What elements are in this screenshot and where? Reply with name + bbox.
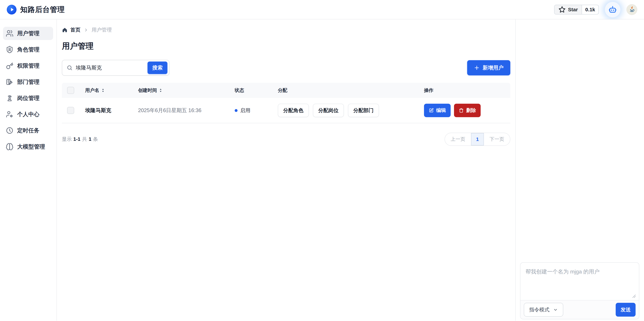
star-label: Star — [568, 7, 578, 12]
row-created-at: 2025年6月6日星期五 16:36 — [138, 107, 235, 114]
sidebar-item-label: 权限管理 — [17, 62, 40, 70]
assistant-robot-button[interactable] — [605, 2, 620, 17]
next-page-button[interactable]: 下一页 — [484, 133, 510, 146]
chevron-down-icon — [553, 307, 558, 312]
column-header-actions: 操作 — [424, 87, 510, 94]
breadcrumb-current: 用户管理 — [92, 26, 112, 34]
table-header-row: 用户名 创建时间 状态 分配 操作 — [62, 83, 510, 98]
column-header-created[interactable]: 创建时间 — [138, 87, 235, 94]
sidebar-item-label: 部门管理 — [17, 78, 40, 86]
sidebar-item-permissions[interactable]: 权限管理 — [3, 59, 53, 72]
send-button[interactable]: 发送 — [616, 303, 636, 316]
shield-user-icon — [6, 46, 14, 54]
users-icon — [6, 30, 14, 37]
search-input[interactable] — [76, 65, 144, 71]
user-avatar[interactable] — [626, 4, 637, 15]
resize-grip-icon[interactable] — [632, 294, 636, 298]
breadcrumb: 首页 用户管理 — [62, 26, 510, 34]
column-header-assign: 分配 — [278, 87, 424, 94]
assistant-composer: 指令模式 发送 — [520, 262, 639, 319]
edit-icon — [429, 108, 434, 113]
delete-button[interactable]: 删除 — [454, 104, 481, 117]
search-icon — [66, 65, 73, 71]
github-star-widget[interactable]: Star 0.1k — [554, 5, 599, 14]
breadcrumb-home[interactable]: 首页 — [62, 26, 80, 34]
column-header-username[interactable]: 用户名 — [85, 87, 138, 94]
assistant-panel: 指令模式 发送 — [516, 20, 644, 321]
row-status: 启用 — [235, 107, 278, 114]
sidebar-item-label: 角色管理 — [17, 46, 40, 54]
department-wrench-icon — [6, 78, 14, 86]
add-user-label: 新增用户 — [483, 64, 504, 71]
brain-icon — [6, 143, 14, 150]
assign-department-button[interactable]: 分配部门 — [348, 104, 379, 117]
sort-icon — [159, 88, 162, 93]
row-actions: 编辑 删除 — [424, 104, 510, 117]
row-username: 埃隆马斯克 — [85, 107, 138, 114]
select-all-checkbox[interactable] — [67, 87, 74, 94]
sort-icon — [101, 88, 105, 93]
clock-icon — [6, 126, 14, 134]
chevron-right-icon — [84, 28, 88, 32]
home-icon — [62, 27, 68, 33]
assistant-input[interactable] — [520, 263, 639, 300]
sidebar-item-roles[interactable]: 角色管理 — [3, 43, 53, 56]
prev-page-button[interactable]: 上一页 — [445, 133, 471, 146]
trash-icon — [459, 108, 464, 113]
robot-icon — [608, 5, 618, 14]
breadcrumb-home-label: 首页 — [70, 26, 80, 34]
sidebar-item-label: 用户管理 — [17, 30, 40, 37]
sidebar-item-label: 岗位管理 — [17, 94, 40, 102]
column-header-status: 状态 — [235, 87, 278, 94]
sidebar-item-scheduled-tasks[interactable]: 定时任务 — [3, 124, 53, 137]
app-title: 知路后台管理 — [20, 5, 65, 14]
assign-position-button[interactable]: 分配岗位 — [313, 104, 344, 117]
status-dot-icon — [235, 109, 238, 112]
user-gear-icon — [6, 110, 14, 118]
row-checkbox[interactable] — [67, 107, 74, 114]
edit-button[interactable]: 编辑 — [424, 104, 451, 117]
mode-select-button[interactable]: 指令模式 — [524, 303, 563, 316]
search-box: 搜索 — [62, 60, 170, 76]
users-table: 用户名 创建时间 状态 分配 操作 埃隆马斯克 2025年6月6日星期五 16:… — [62, 83, 510, 123]
graduate-user-icon — [6, 94, 14, 102]
toolbar: 搜索 新增用户 — [62, 60, 510, 76]
assistant-composer-bar: 指令模式 发送 — [520, 300, 639, 319]
star-icon — [558, 6, 566, 14]
sidebar-item-users[interactable]: 用户管理 — [3, 27, 53, 40]
star-count: 0.1k — [582, 5, 598, 14]
sidebar-item-departments[interactable]: 部门管理 — [3, 75, 53, 88]
page-title: 用户管理 — [62, 41, 510, 52]
app-header: 知路后台管理 Star 0.1k — [0, 0, 644, 20]
java-logo-icon — [628, 6, 636, 14]
main-content: 首页 用户管理 用户管理 搜索 新增用户 用户名 — [57, 20, 516, 321]
sidebar-item-label: 大模型管理 — [17, 143, 45, 150]
row-assign-actions: 分配角色 分配岗位 分配部门 — [278, 104, 424, 117]
sidebar-item-positions[interactable]: 岗位管理 — [3, 92, 53, 105]
status-label: 启用 — [240, 107, 250, 114]
pagination: 上一页 1 下一页 — [444, 133, 510, 146]
add-user-button[interactable]: 新增用户 — [467, 60, 510, 75]
key-icon — [6, 62, 14, 70]
search-button[interactable]: 搜索 — [148, 62, 168, 74]
assign-role-button[interactable]: 分配角色 — [278, 104, 309, 117]
sidebar-item-label: 定时任务 — [17, 127, 40, 134]
sidebar: 用户管理 角色管理 权限管理 部门管理 岗位管理 个人中心 定时任务 大模型管 — [0, 20, 57, 321]
pagination-summary: 显示 1-1 共 1 条 — [62, 136, 98, 143]
sidebar-item-profile[interactable]: 个人中心 — [3, 108, 53, 121]
plus-icon — [474, 65, 480, 71]
current-page-button[interactable]: 1 — [471, 133, 484, 146]
app-logo-icon — [7, 5, 16, 14]
table-row: 埃隆马斯克 2025年6月6日星期五 16:36 启用 分配角色 分配岗位 分配… — [62, 98, 510, 123]
sidebar-item-llm[interactable]: 大模型管理 — [3, 140, 53, 153]
sidebar-item-label: 个人中心 — [17, 110, 40, 118]
table-footer: 显示 1-1 共 1 条 上一页 1 下一页 — [62, 133, 510, 146]
